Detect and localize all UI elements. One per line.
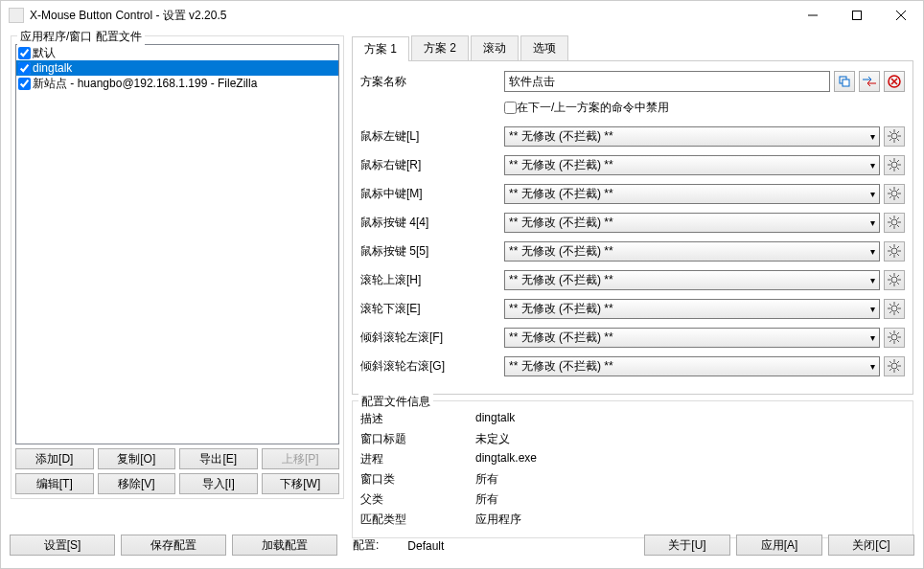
svg-line-71 bbox=[889, 311, 891, 313]
gear-icon[interactable] bbox=[884, 184, 905, 204]
svg-line-62 bbox=[889, 283, 891, 284]
svg-line-43 bbox=[897, 217, 899, 219]
info-value: 所有 bbox=[475, 491, 498, 508]
info-row: 描述dingtalk bbox=[360, 411, 905, 427]
list-item-checkbox[interactable] bbox=[18, 62, 31, 75]
info-value: dingtalk.exe bbox=[475, 451, 537, 467]
swap-scheme-button[interactable] bbox=[859, 71, 880, 92]
svg-line-14 bbox=[889, 131, 891, 133]
svg-line-79 bbox=[897, 332, 899, 334]
settings-button[interactable]: 设置[S] bbox=[10, 535, 115, 556]
list-item[interactable]: 默认 bbox=[16, 45, 338, 60]
svg-line-24 bbox=[897, 168, 899, 170]
mapping-label: 倾斜滚轮右滚[G] bbox=[360, 358, 504, 375]
svg-line-8 bbox=[891, 79, 897, 84]
info-label: 窗口标题 bbox=[360, 431, 475, 447]
profile-info-group: 配置文件信息 描述dingtalk窗口标题未定义进程dingtalk.exe窗口… bbox=[352, 400, 913, 538]
svg-line-78 bbox=[897, 340, 899, 342]
loadconfig-button[interactable]: 加载配置 bbox=[232, 535, 337, 556]
svg-line-61 bbox=[897, 275, 899, 277]
mapping-combo[interactable]: ** 无修改 (不拦截) ** bbox=[504, 270, 880, 290]
mapping-combo[interactable]: ** 无修改 (不拦截) ** bbox=[504, 126, 880, 147]
button-mapping-row: 鼠标右键[R]** 无修改 (不拦截) ** bbox=[360, 154, 905, 175]
minimize-button[interactable] bbox=[791, 1, 835, 30]
gear-icon[interactable] bbox=[884, 213, 905, 233]
gear-icon[interactable] bbox=[884, 328, 905, 348]
edit-button[interactable]: 编辑[T] bbox=[15, 473, 94, 494]
config-display: 配置: Default bbox=[343, 535, 453, 556]
maximize-button[interactable] bbox=[835, 1, 879, 30]
profile-info-title: 配置文件信息 bbox=[358, 394, 433, 410]
gear-icon[interactable] bbox=[884, 356, 905, 376]
svg-line-2 bbox=[896, 11, 906, 20]
gear-icon[interactable] bbox=[884, 299, 905, 319]
gear-icon[interactable] bbox=[884, 126, 905, 147]
gear-icon[interactable] bbox=[884, 270, 905, 290]
moveup-button[interactable]: 上移[P] bbox=[262, 448, 340, 469]
apply-button[interactable]: 应用[A] bbox=[736, 535, 822, 556]
copy-button[interactable]: 复制[O] bbox=[98, 448, 176, 469]
about-button[interactable]: 关于[U] bbox=[644, 535, 730, 556]
mapping-combo[interactable]: ** 无修改 (不拦截) ** bbox=[504, 241, 880, 262]
disable-label: 在下一/上一方案的命令中禁用 bbox=[517, 100, 669, 116]
disable-checkbox[interactable] bbox=[504, 102, 517, 114]
saveconfig-button[interactable]: 保存配置 bbox=[121, 535, 226, 556]
scheme-name-input[interactable] bbox=[504, 71, 830, 92]
mapping-label: 鼠标按键 5[5] bbox=[360, 243, 504, 260]
add-button[interactable]: 添加[D] bbox=[15, 448, 94, 469]
tab[interactable]: 方案 2 bbox=[411, 35, 469, 60]
svg-line-42 bbox=[897, 225, 899, 227]
svg-line-69 bbox=[897, 311, 899, 313]
movedown-button[interactable]: 下移[W] bbox=[262, 473, 340, 494]
info-label: 窗口类 bbox=[360, 471, 475, 488]
mapping-label: 鼠标左键[L] bbox=[360, 128, 504, 145]
list-item-checkbox[interactable] bbox=[18, 47, 31, 59]
svg-rect-1 bbox=[853, 11, 862, 20]
svg-line-23 bbox=[889, 160, 891, 162]
info-label: 匹配类型 bbox=[360, 512, 475, 528]
svg-line-34 bbox=[897, 189, 899, 191]
list-item[interactable]: 新站点 - huangbo@192.168.1.199 - FileZilla bbox=[16, 76, 338, 91]
button-mapping-row: 滚轮上滚[H]** 无修改 (不拦截) ** bbox=[360, 269, 905, 290]
mapping-combo[interactable]: ** 无修改 (不拦截) ** bbox=[504, 328, 880, 348]
profiles-list[interactable]: 默认dingtalk新站点 - huangbo@192.168.1.199 - … bbox=[15, 44, 339, 444]
info-value: 应用程序 bbox=[475, 512, 521, 528]
delete-scheme-button[interactable] bbox=[884, 71, 905, 92]
export-button[interactable]: 导出[E] bbox=[179, 448, 258, 469]
svg-line-89 bbox=[889, 369, 891, 371]
svg-point-6 bbox=[889, 76, 900, 87]
svg-line-26 bbox=[889, 168, 891, 170]
tab[interactable]: 滚动 bbox=[471, 35, 519, 60]
svg-point-45 bbox=[891, 248, 897, 254]
tab[interactable]: 选项 bbox=[520, 35, 568, 60]
svg-line-3 bbox=[896, 11, 906, 20]
copy-scheme-button[interactable] bbox=[834, 71, 855, 92]
button-mapping-row: 倾斜滚轮右滚[G]** 无修改 (不拦截) ** bbox=[360, 355, 905, 376]
list-item[interactable]: dingtalk bbox=[16, 60, 338, 76]
tab[interactable]: 方案 1 bbox=[352, 36, 409, 61]
remove-button[interactable]: 移除[V] bbox=[98, 473, 176, 494]
scheme-name-label: 方案名称 bbox=[360, 74, 504, 90]
gear-icon[interactable] bbox=[884, 241, 905, 262]
profiles-group-title: 应用程序/窗口 配置文件 bbox=[17, 29, 145, 45]
svg-rect-5 bbox=[843, 80, 849, 86]
close-button[interactable] bbox=[879, 1, 923, 30]
list-item-label: 新站点 - huangbo@192.168.1.199 - FileZilla bbox=[33, 76, 257, 92]
mapping-combo[interactable]: ** 无修改 (不拦截) ** bbox=[504, 299, 880, 319]
close-dialog-button[interactable]: 关闭[C] bbox=[828, 535, 914, 556]
info-label: 父类 bbox=[360, 491, 475, 508]
gear-icon[interactable] bbox=[884, 155, 905, 175]
svg-line-7 bbox=[891, 79, 897, 84]
app-icon bbox=[9, 8, 24, 23]
import-button[interactable]: 导入[I] bbox=[179, 473, 258, 494]
mapping-combo[interactable]: ** 无修改 (不拦截) ** bbox=[504, 356, 880, 376]
svg-line-87 bbox=[897, 369, 899, 371]
mapping-combo[interactable]: ** 无修改 (不拦截) ** bbox=[504, 155, 880, 175]
tab-panel: 方案名称 在下一/上一方案的命令中禁用 鼠标左键[L]** 无修改 (不拦截) … bbox=[352, 61, 913, 395]
window-title: X-Mouse Button Control - 设置 v2.20.5 bbox=[30, 8, 791, 24]
svg-line-51 bbox=[897, 254, 899, 256]
svg-line-77 bbox=[889, 332, 891, 334]
mapping-combo[interactable]: ** 无修改 (不拦截) ** bbox=[504, 213, 880, 233]
list-item-checkbox[interactable] bbox=[18, 78, 31, 90]
mapping-combo[interactable]: ** 无修改 (不拦截) ** bbox=[504, 184, 880, 204]
